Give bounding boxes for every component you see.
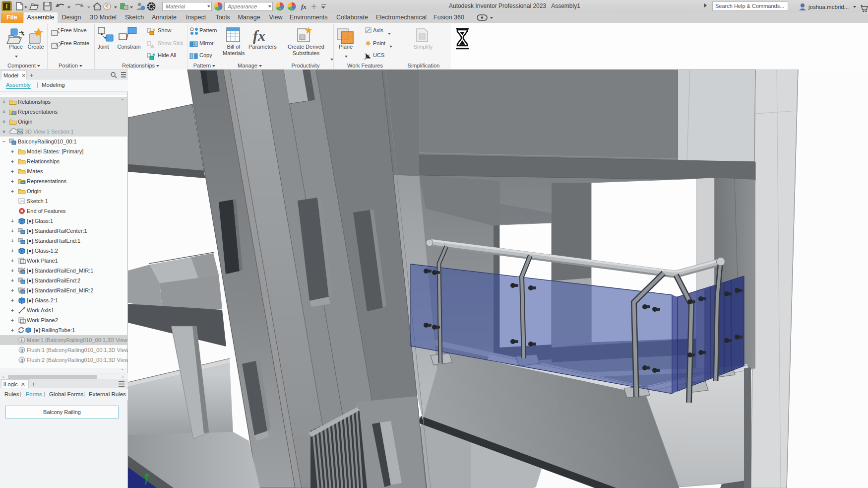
svg-text:3: 3 (20, 348, 23, 353)
svg-text:fx: fx (253, 27, 265, 44)
svg-text:3: 3 (20, 358, 23, 363)
svg-text:I: I (6, 3, 7, 10)
svg-text:joshua.mcbrid...: joshua.mcbrid... (808, 4, 849, 10)
svg-text:fx: fx (301, 3, 307, 10)
